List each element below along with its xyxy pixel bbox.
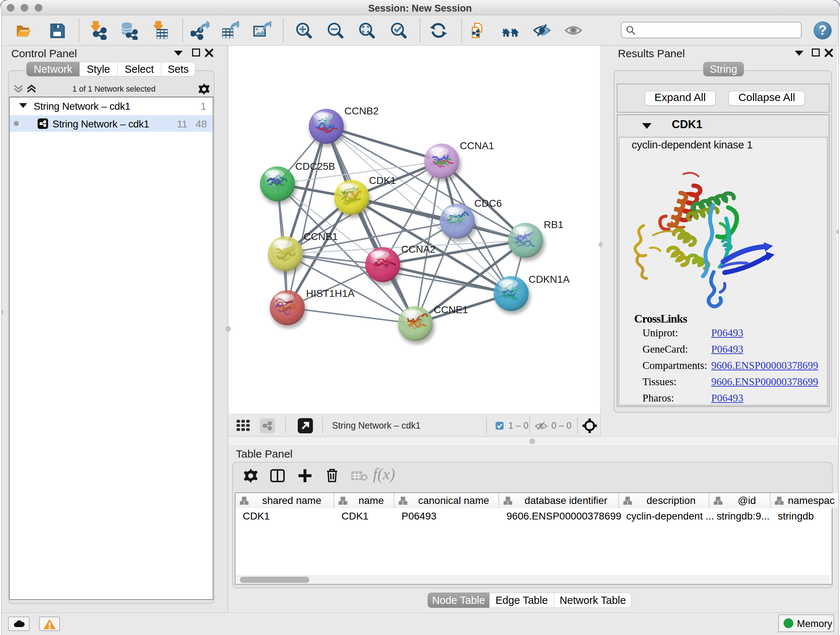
svg-text:CCNB1: CCNB1 — [303, 231, 338, 242]
svg-text:CCNA1: CCNA1 — [460, 140, 494, 151]
svg-text:CDK1: CDK1 — [369, 175, 396, 186]
svg-text:RB1: RB1 — [544, 219, 563, 230]
svg-text:CDKN1A: CDKN1A — [529, 274, 570, 285]
svg-text:CCNB2: CCNB2 — [344, 105, 379, 117]
svg-text:CCNA2: CCNA2 — [401, 244, 436, 255]
svg-text:CDC6: CDC6 — [474, 198, 502, 209]
svg-text:CCNE1: CCNE1 — [434, 304, 468, 315]
svg-text:HIST1H1A: HIST1H1A — [306, 288, 355, 299]
svg-text:CDC25B: CDC25B — [295, 161, 335, 172]
